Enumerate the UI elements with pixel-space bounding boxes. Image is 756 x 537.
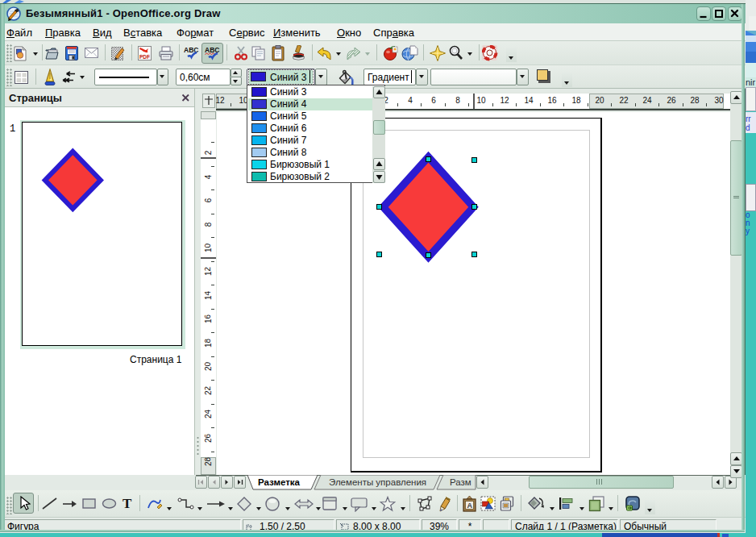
svg-text:PDF: PDF xyxy=(139,54,150,60)
svg-text:A: A xyxy=(467,502,473,510)
svg-text:Разм: Разм xyxy=(450,477,471,487)
svg-text:Разметка: Разметка xyxy=(258,477,301,487)
svg-text:Элементы управления: Элементы управления xyxy=(329,477,426,487)
